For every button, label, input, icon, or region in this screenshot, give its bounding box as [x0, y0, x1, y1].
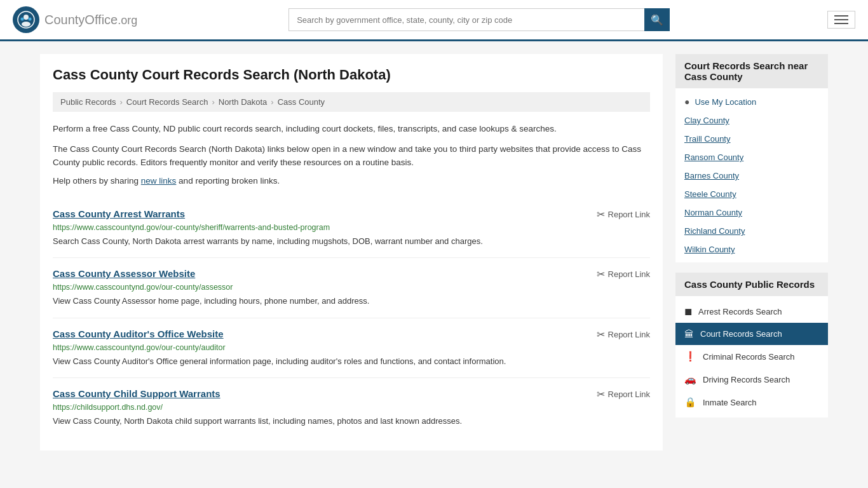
search-input[interactable]: [288, 8, 644, 31]
record-header: Cass County Assessor Website ✂ Report Li…: [53, 268, 650, 280]
record-item: Cass County Child Support Warrants ✂ Rep…: [53, 378, 650, 438]
use-my-location[interactable]: ● Use My Location: [675, 92, 828, 111]
nearby-county-item[interactable]: Norman County: [675, 203, 828, 222]
nav-icon: ❗: [684, 351, 696, 362]
search-button[interactable]: 🔍: [644, 8, 670, 31]
record-header: Cass County Arrest Warrants ✂ Report Lin…: [53, 208, 650, 220]
record-item: Cass County Arrest Warrants ✂ Report Lin…: [53, 198, 650, 259]
nav-label: Arrest Records Search: [698, 307, 782, 316]
nearby-county-item[interactable]: Ransom County: [675, 148, 828, 166]
record-title[interactable]: Cass County Auditor's Office Website: [53, 329, 224, 339]
svg-point-2: [22, 22, 31, 27]
sidebar-nav-item[interactable]: 🔒 Inmate Search: [675, 391, 828, 414]
record-description: View Cass County, North Dakota child sup…: [53, 415, 650, 428]
svg-point-1: [24, 15, 29, 20]
site-header: CountyOffice.org 🔍: [0, 0, 868, 41]
menu-icon-line1: [834, 15, 848, 17]
svg-point-3: [21, 18, 24, 21]
record-description: View Cass County Auditor's Office genera…: [53, 355, 650, 368]
main-content: Cass County Court Records Search (North …: [40, 54, 663, 451]
nav-label: Criminal Records Search: [703, 352, 795, 362]
logo-text: CountyOffice.org: [44, 13, 137, 27]
nav-label: Inmate Search: [703, 398, 757, 407]
logo-suffix: .org: [118, 14, 137, 27]
intro-paragraph-2: The Cass County Court Records Search (No…: [53, 142, 650, 170]
sidebar: Court Records Search near Cass County ● …: [675, 54, 828, 451]
page-title: Cass County Court Records Search (North …: [53, 67, 650, 83]
public-records-header: Cass County Public Records: [675, 273, 828, 296]
nav-icon: ◼: [684, 306, 692, 317]
report-link-button[interactable]: ✂ Report Link: [597, 388, 650, 400]
help-prefix: Help others by sharing: [53, 176, 141, 186]
report-link-button[interactable]: ✂ Report Link: [597, 329, 650, 341]
logo-name: CountyOffice: [44, 13, 118, 27]
record-title[interactable]: Cass County Arrest Warrants: [53, 208, 185, 219]
scissors-icon: ✂: [597, 329, 605, 341]
nav-icon: 🔒: [684, 396, 696, 408]
breadcrumb-cass-county: Cass County: [278, 97, 325, 107]
scissors-icon: ✂: [597, 208, 605, 220]
record-item: Cass County Assessor Website ✂ Report Li…: [53, 258, 650, 318]
nearby-header: Court Records Search near Cass County: [675, 54, 828, 88]
breadcrumb-north-dakota[interactable]: North Dakota: [219, 97, 268, 107]
scissors-icon: ✂: [597, 388, 605, 400]
nearby-section: Court Records Search near Cass County ● …: [675, 54, 828, 262]
nearby-county-item[interactable]: Barnes County: [675, 166, 828, 185]
search-area: 🔍: [288, 8, 670, 31]
scissors-icon: ✂: [597, 268, 605, 280]
use-location-label: Use My Location: [695, 97, 756, 107]
breadcrumb-sep1: ›: [119, 97, 122, 107]
report-link-button[interactable]: ✂ Report Link: [597, 208, 650, 220]
record-url[interactable]: https://www.casscountynd.gov/our-county/…: [53, 283, 650, 292]
nearby-county-item[interactable]: Richland County: [675, 222, 828, 240]
public-records-section: Cass County Public Records ◼ Arrest Reco…: [675, 273, 828, 417]
logo-icon: [13, 6, 39, 33]
nearby-county-item[interactable]: Steele County: [675, 185, 828, 203]
record-title[interactable]: Cass County Child Support Warrants: [53, 388, 220, 399]
sidebar-nav-item[interactable]: 🚗 Driving Records Search: [675, 368, 828, 391]
report-label: Report Link: [608, 269, 650, 279]
logo-area: CountyOffice.org: [13, 6, 137, 33]
sidebar-nav-item[interactable]: 🏛 Court Records Search: [675, 323, 828, 345]
search-icon: 🔍: [651, 14, 663, 26]
public-records-nav: ◼ Arrest Records Search 🏛 Court Records …: [675, 296, 828, 417]
menu-icon-line3: [834, 23, 848, 24]
record-description: Search Cass County, North Dakota arrest …: [53, 235, 650, 248]
nearby-county-item[interactable]: Clay County: [675, 111, 828, 130]
record-url[interactable]: https://childsupport.dhs.nd.gov/: [53, 403, 650, 412]
svg-point-4: [29, 18, 32, 21]
location-icon: ●: [684, 97, 689, 107]
intro-paragraph-1: Perform a free Cass County, ND public co…: [53, 122, 650, 136]
new-links-link[interactable]: new links: [141, 176, 177, 186]
nearby-county-item[interactable]: Traill County: [675, 130, 828, 148]
nav-icon: 🚗: [684, 374, 696, 385]
breadcrumb-sep2: ›: [212, 97, 214, 107]
nav-icon: 🏛: [684, 329, 694, 339]
report-link-button[interactable]: ✂ Report Link: [597, 268, 650, 280]
help-suffix: and reporting broken links.: [176, 176, 280, 186]
record-item: Cass County Auditor's Office Website ✂ R…: [53, 318, 650, 379]
nav-label: Driving Records Search: [703, 375, 790, 384]
help-text: Help others by sharing new links and rep…: [53, 176, 650, 186]
report-label: Report Link: [608, 210, 650, 219]
records-list: Cass County Arrest Warrants ✂ Report Lin…: [53, 198, 650, 438]
record-url[interactable]: https://www.casscountynd.gov/our-county/…: [53, 223, 650, 232]
breadcrumb-court-records[interactable]: Court Records Search: [126, 97, 208, 107]
menu-icon-line2: [834, 19, 848, 20]
nav-items: ◼ Arrest Records Search 🏛 Court Records …: [675, 300, 828, 414]
nearby-body: ● Use My Location Clay CountyTraill Coun…: [675, 88, 828, 262]
sidebar-nav-item[interactable]: ◼ Arrest Records Search: [675, 300, 828, 323]
nearby-counties-list: Clay CountyTraill CountyRansom CountyBar…: [675, 111, 828, 259]
menu-button[interactable]: [827, 11, 855, 29]
record-header: Cass County Child Support Warrants ✂ Rep…: [53, 388, 650, 400]
report-label: Report Link: [608, 390, 650, 399]
breadcrumb-public-records[interactable]: Public Records: [60, 97, 116, 107]
sidebar-nav-item[interactable]: ❗ Criminal Records Search: [675, 345, 828, 368]
nearby-county-item[interactable]: Wilkin County: [675, 240, 828, 259]
record-header: Cass County Auditor's Office Website ✂ R…: [53, 329, 650, 341]
report-label: Report Link: [608, 330, 650, 339]
breadcrumb: Public Records › Court Records Search › …: [53, 92, 650, 112]
record-description: View Cass County Assessor home page, inc…: [53, 295, 650, 308]
record-title[interactable]: Cass County Assessor Website: [53, 268, 195, 279]
record-url[interactable]: https://www.casscountynd.gov/our-county/…: [53, 343, 650, 352]
